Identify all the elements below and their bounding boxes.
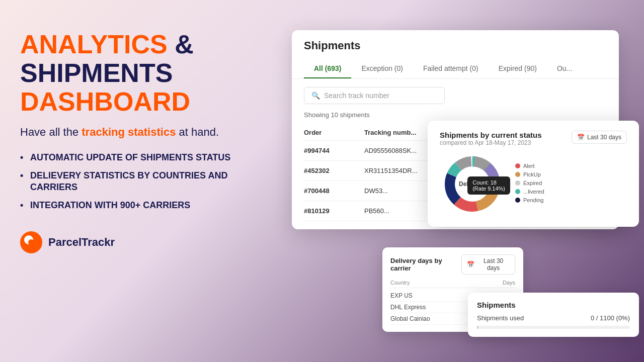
expired-dot xyxy=(515,180,520,186)
legend-item: Alert xyxy=(515,163,544,169)
delivery-title: Delivery days by carrier xyxy=(390,257,461,272)
tooltip-rate: (Rate 9.14%) xyxy=(472,186,505,192)
calendar-icon: 📅 xyxy=(577,134,585,141)
delivery-col-header: Country Days xyxy=(390,280,515,288)
donut-subtitle: compared to Apr 18-May 17, 2023 xyxy=(440,139,542,146)
title-ampersand: & xyxy=(168,30,194,59)
title-analytics: ANALYTICS xyxy=(20,30,168,59)
tooltip-count: Count: 18 xyxy=(472,179,505,186)
donut-title-block: Shipments by current status compared to … xyxy=(440,131,542,146)
tab-expired[interactable]: Expired (90) xyxy=(489,59,547,78)
donut-svg-container: Delivered Count: 18 (Rate 9.14%) xyxy=(440,151,505,217)
showing-text: Showing 10 shipments xyxy=(304,111,607,119)
tab-other[interactable]: Ou... xyxy=(547,59,582,78)
su-title: Shipments xyxy=(477,301,630,309)
title-shipments: SHIPMENTS xyxy=(20,59,236,87)
tab-failed-attempt[interactable]: Failed attempt (0) xyxy=(413,59,489,78)
donut-content: Delivered Count: 18 (Rate 9.14%) Alert P… xyxy=(440,151,627,217)
search-bar[interactable]: 🔍 Search track number xyxy=(304,87,445,104)
pending-dot xyxy=(515,198,520,203)
order-1: #994744 xyxy=(304,147,364,154)
bullet-3: INTEGRATION WITH 900+ CARRIERS xyxy=(20,200,236,211)
donut-header: Shipments by current status compared to … xyxy=(440,131,627,146)
calendar-icon-2: 📅 xyxy=(467,261,474,268)
donut-panel: Shipments by current status compared to … xyxy=(428,121,639,227)
order-4: #810129 xyxy=(304,207,364,215)
carrier-2: DHL Express xyxy=(390,304,426,311)
logo-text: ParcelTrackr xyxy=(48,236,115,249)
legend-delivered: ...livered xyxy=(523,189,544,195)
search-icon: 🔍 xyxy=(311,92,320,100)
delivery-header: Delivery days by carrier 📅 Last 30 days xyxy=(390,254,515,275)
legend-area: Alert PickUp Expired ...livered Pending xyxy=(515,163,544,206)
shipments-used-panel: Shipments Shipments used 0 / 1100 (0%) xyxy=(468,293,639,337)
subtitle-pre: Have all the xyxy=(20,126,82,138)
legend-pickup: PickUp xyxy=(523,171,541,177)
legend-expired: Expired xyxy=(523,180,542,186)
su-progress-fill xyxy=(477,326,478,329)
delivered-dot xyxy=(515,189,520,194)
col-country-header: Country xyxy=(390,280,410,286)
logo-icon xyxy=(20,231,42,253)
left-panel: ANALYTICS & SHIPMENTS DASHBOARD Have all… xyxy=(20,30,236,253)
bullet-2: DELIEVERY STATISTICS BY COUNTRIES AND CA… xyxy=(20,170,236,194)
delivery-date-label: Last 30 days xyxy=(477,257,510,272)
legend-item: ...livered xyxy=(515,189,544,195)
su-progress-bar xyxy=(477,326,630,329)
legend-pending: Pending xyxy=(523,197,543,203)
pickup-dot xyxy=(515,172,520,177)
panel-header: Shipments All (693) Exception (0) Failed… xyxy=(292,30,619,79)
col-order: Order xyxy=(304,129,364,136)
bullet-1: AUTOMATIC UPDATE OF SHIPMENTS STATUS xyxy=(20,152,236,163)
donut-tooltip: Count: 18 (Rate 9.14%) xyxy=(467,176,510,195)
col-days-header: Days xyxy=(503,280,515,286)
su-value: 0 / 1100 (0%) xyxy=(591,314,630,322)
carrier-3: Global Cainiao xyxy=(390,315,430,322)
su-row: Shipments used 0 / 1100 (0%) xyxy=(477,314,630,322)
main-title: ANALYTICS & SHIPMENTS DASHBOARD xyxy=(20,30,236,117)
tab-all[interactable]: All (693) xyxy=(304,59,351,78)
delivery-date-button[interactable]: 📅 Last 30 days xyxy=(461,254,515,275)
search-input[interactable]: Search track number xyxy=(324,92,389,100)
subtitle: Have all the tracking statistics at hand… xyxy=(20,125,236,140)
carrier-1: EXP US xyxy=(390,292,413,299)
subtitle-highlight: tracking statistics xyxy=(82,126,176,138)
donut-date-button[interactable]: 📅 Last 30 days xyxy=(572,131,627,144)
dashboard-area: Shipments All (693) Exception (0) Failed… xyxy=(282,30,634,342)
legend-item: Expired xyxy=(515,180,544,186)
legend-item: Pending xyxy=(515,197,544,203)
title-dashboard: DASHBOARD xyxy=(20,87,236,116)
panel-title: Shipments xyxy=(304,39,607,52)
donut-date-label: Last 30 days xyxy=(587,134,621,141)
bullet-list: AUTOMATIC UPDATE OF SHIPMENTS STATUS DEL… xyxy=(20,152,236,211)
legend-alert: Alert xyxy=(523,163,535,169)
subtitle-post: at hand. xyxy=(176,126,219,138)
tabs: All (693) Exception (0) Failed attempt (… xyxy=(304,59,607,78)
alert-dot xyxy=(515,163,520,168)
su-label: Shipments used xyxy=(477,314,524,322)
tab-exception[interactable]: Exception (0) xyxy=(351,59,413,78)
logo-area: ParcelTrackr xyxy=(20,231,236,253)
order-3: #700448 xyxy=(304,187,364,195)
order-2: #452302 xyxy=(304,167,364,174)
legend-item: PickUp xyxy=(515,171,544,177)
donut-title: Shipments by current status xyxy=(440,131,542,139)
logo-inner xyxy=(28,239,34,245)
